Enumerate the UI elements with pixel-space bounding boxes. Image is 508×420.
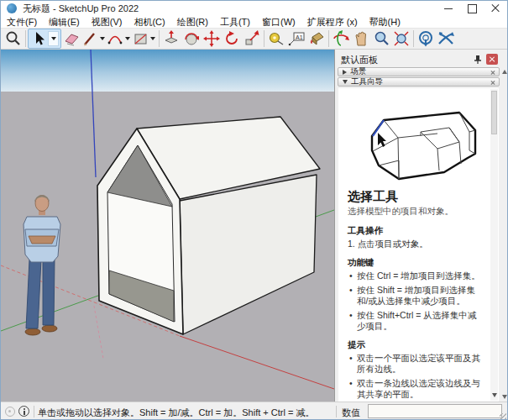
search-icon [4,29,23,48]
scale-icon [243,29,261,48]
search-button[interactable] [3,29,24,49]
menu-file[interactable]: 文件(F) [1,16,43,29]
rectangle-icon [132,29,149,48]
scroll-down-icon[interactable] [492,393,497,397]
toolbar-separator [25,30,26,47]
arc-tool-button[interactable] [107,29,132,48]
scale-tool-button[interactable] [242,29,262,49]
rotate-icon [223,29,241,48]
geolocation-icon[interactable] [5,407,15,417]
section-instructor[interactable]: 工具向导 [338,77,500,87]
zoom-tool-button[interactable] [371,29,391,49]
house-right-wall [180,175,317,334]
toolbar-separator [413,30,414,47]
rectangle-dropdown[interactable] [150,37,155,40]
paint-bucket-icon [307,29,326,48]
pin-icon[interactable] [474,55,482,65]
menu-extensions[interactable]: 扩展程序 (x) [301,16,364,29]
scroll-down-icon[interactable] [502,395,507,399]
select-dropdown[interactable] [48,31,59,46]
move-icon [202,29,221,48]
toolbar: A1 [1,29,507,50]
paint-bucket-tool-button[interactable] [306,29,327,49]
scroll-up-icon[interactable] [502,70,507,74]
arc-dropdown[interactable] [125,37,130,40]
status-bar: 单击或拖动以选择对象。Shift = 加/减。Ctrl = 加。Shift + … [1,402,507,420]
zoom-extents-icon [392,29,411,48]
instructor-heading: 选择工具 [348,189,480,205]
toolbar-separator [264,30,264,47]
measurement-label: 数值 [342,407,360,419]
panel-close-button[interactable] [486,54,498,65]
modifier-list: 按住 Ctrl = 增加项目到选择集。 按住 Shift = 增加项目到选择集和… [348,270,480,332]
pan-tool-button[interactable] [351,29,371,49]
modifier-item: 按住 Shift = 增加项目到选择集和/或从选择集中减少项目。 [348,285,480,307]
menu-window[interactable]: 窗口(W) [256,16,301,29]
warehouse-button[interactable] [416,29,436,49]
arc-icon [107,29,123,48]
menu-edit[interactable]: 编辑(E) [43,16,86,29]
tape-measure-tool-button[interactable] [266,29,286,49]
house-model[interactable] [97,117,320,334]
maximize-button[interactable] [460,1,484,16]
blue-axis [91,50,96,177]
panel-header[interactable]: 默认面板 [335,52,508,66]
app-icon [7,3,17,13]
panel-scrollbar[interactable] [500,67,508,402]
rectangle-tool-button[interactable] [132,29,157,48]
blue-axis-dashed [94,306,103,359]
push-pull-tool-button[interactable] [161,29,181,49]
scale-figure[interactable] [24,195,60,335]
statusbar-separator [34,406,34,417]
tips-list: 双击一个平面以选定该平面及其所有边线。 双击一条边线以选定该边线及与其共享的平面… [348,353,480,402]
menu-bar: 文件(F) 编辑(E) 视图(V) 相机(C) 绘图(R) 工具(T) 窗口(W… [1,16,507,29]
select-tool-button[interactable] [28,29,61,49]
orbit-icon [332,29,350,48]
status-hint: 单击或拖动以选择对象。Shift = 加/减。Ctrl = 加。Shift + … [38,407,314,419]
line-dropdown[interactable] [100,37,105,40]
tip-item: 双击一个平面以选定该平面及其所有边线。 [348,353,480,375]
minimize-button[interactable] [437,1,460,16]
model-viewport[interactable] [1,50,334,402]
extension-warehouse-button[interactable] [436,29,456,49]
menu-camera[interactable]: 相机(C) [128,16,170,29]
follow-me-tool-button[interactable] [181,29,202,49]
title-bar: 无标题 - SketchUp Pro 2022 [1,1,507,16]
menu-help[interactable]: 帮助(H) [364,16,406,29]
expanded-arrow-icon [343,80,348,84]
instructor-subtitle: 选择模型中的项目和对象。 [348,206,480,217]
info-icon[interactable] [18,406,29,417]
toolbar-separator [159,30,160,47]
modifier-item: 按住 Ctrl = 增加项目到选择集。 [348,270,480,281]
default-tray-panel: 默认面板 场景 工具向导 [334,50,508,402]
zoom-extents-button[interactable] [391,29,411,49]
move-tool-button[interactable] [202,29,222,49]
section-scenes[interactable]: 场景 [338,67,500,76]
rotate-tool-button[interactable] [222,29,242,49]
sketchup-window: 无标题 - SketchUp Pro 2022 文件(F) 编辑(E) 视图(V… [0,0,508,420]
scrollbar-thumb[interactable] [491,91,497,134]
zoom-icon [372,29,390,48]
eraser-icon [62,29,81,48]
eraser-tool-button[interactable] [61,29,81,49]
menu-tools[interactable]: 工具(T) [214,16,256,29]
model-scene [1,50,334,402]
red-axis [180,336,334,389]
menu-draw[interactable]: 绘图(R) [171,16,214,29]
figure-leg-right [43,260,55,325]
instructor-scrollbar[interactable] [490,89,498,401]
follow-me-icon [182,29,201,48]
section-close-icon[interactable] [490,69,496,76]
tape-measure-icon [267,29,285,48]
text-label-icon: A1 [287,29,306,48]
warehouse-globe-icon [416,29,435,48]
close-button[interactable] [484,1,507,16]
panel-title: 默认面板 [341,54,378,66]
orbit-tool-button[interactable] [331,29,351,49]
section-close-icon[interactable] [490,79,496,86]
menu-view[interactable]: 视图(V) [86,16,128,29]
resize-grip[interactable] [500,413,506,420]
text-tool-button[interactable]: A1 [286,29,306,49]
measurement-input[interactable] [368,404,502,418]
line-tool-button[interactable] [81,29,107,48]
